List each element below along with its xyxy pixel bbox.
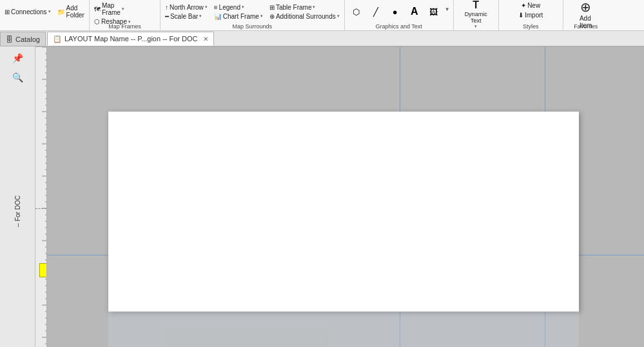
layout-page [108, 112, 579, 312]
north-arrow-button[interactable]: ↑ North Arrow ▾ [163, 3, 210, 12]
connections-button[interactable]: ⊞ Connections ▾ [3, 8, 53, 16]
dynamic-text-icon: T [473, 0, 479, 11]
layout-canvas[interactable] [47, 47, 644, 347]
import-icon: ⬇ [518, 12, 523, 19]
scale-bar-button[interactable]: ━ Scale Bar ▾ [163, 12, 210, 21]
text-button[interactable]: A [405, 3, 424, 21]
map-frame-icon: 🗺 [94, 6, 101, 13]
canvas-row [35, 47, 644, 347]
layout-tab-label: LAYOUT Map Name -- P...gion -- For DOC [64, 35, 198, 43]
table-frame-button[interactable]: ⊞ Table Frame ▾ [268, 3, 342, 12]
tabs-bar: 🗄 Catalog 📋 LAYOUT Map Name -- P...gion … [0, 31, 644, 46]
layout-tab-icon: 📋 [53, 35, 62, 43]
picture-button[interactable]: 🖼 [425, 3, 443, 21]
additional-surrounds-icon: ⊕ [269, 13, 275, 20]
chart-frame-button[interactable]: 📊 Chart Frame ▾ [212, 12, 265, 21]
layout-tab-close[interactable]: ✕ [203, 35, 208, 43]
pin-button[interactable]: 📌 [7, 49, 28, 67]
legend-button[interactable]: ≡ Legend ▾ [212, 3, 265, 12]
dynamic-text-button[interactable]: T DynamicText ▾ [460, 1, 492, 27]
ribbon-section-styles: ✦ New ⬇ Import Styles [499, 0, 563, 31]
styles-label: Styles [499, 23, 563, 30]
ribbon-section-graphics-text: ⬡ ╱ ● A 🖼 ▼ Graphics and Text [345, 0, 454, 31]
ribbon-section-favorites: ⊕ AddItem Favorites [563, 0, 609, 31]
line-button[interactable]: ╱ [367, 3, 385, 21]
new-style-button[interactable]: ✦ New [519, 1, 542, 10]
ruler-canvas-v [35, 47, 47, 347]
legend-icon: ≡ [214, 4, 218, 11]
graphics-icons-row: ⬡ ╱ ● A 🖼 [347, 3, 443, 21]
map-frame-button[interactable]: 🗺 MapFrame ▾ [92, 1, 126, 17]
chart-frame-icon: 📊 [214, 13, 222, 20]
ribbon-section-map-frames: 🗺 MapFrame ▾ ⬡ Reshape ▾ Map Frames [90, 0, 161, 31]
connections-icon: ⊞ [5, 8, 10, 15]
new-style-icon: ✦ [521, 2, 526, 9]
search-button[interactable]: 🔍 [7, 68, 28, 86]
tab-catalog[interactable]: 🗄 Catalog [0, 32, 46, 46]
tab-layout[interactable]: 📋 LAYOUT Map Name -- P...gion -- For DOC… [47, 32, 214, 46]
catalog-tab-label: Catalog [15, 35, 40, 43]
import-button[interactable]: ⬇ Import [516, 11, 545, 19]
ruler-dotted-indicator [35, 208, 46, 209]
below-page-area [108, 312, 579, 347]
main-area: 📌 🔍 -- For DOC [0, 46, 644, 347]
catalog-tab-icon: 🗄 [6, 35, 13, 43]
vertical-ruler [35, 47, 47, 347]
graphics-expand-arrow[interactable]: ▼ [444, 6, 451, 13]
add-folder-icon: 📁 [57, 8, 65, 15]
map-surrounds-label: Map Surrounds [161, 23, 344, 30]
graphics-text-label: Graphics and Text [345, 23, 453, 30]
add-folder-button[interactable]: 📁 AddFolder [55, 4, 86, 19]
ribbon-section-dynamic-text: T DynamicText ▾ [454, 0, 499, 31]
sidebar-doc-label: -- For DOC [14, 202, 21, 228]
scale-bar-icon: ━ [165, 13, 169, 20]
ribbon-section-map-surrounds: ↑ North Arrow ▾ ━ Scale Bar ▾ ≡ Legend ▾… [161, 0, 345, 31]
table-frame-icon: ⊞ [269, 4, 275, 11]
ribbon: ⊞ Connections ▾ 📁 AddFolder 🗺 MapFrame ▾… [0, 0, 644, 31]
north-arrow-icon: ↑ [165, 4, 168, 11]
polygon-button[interactable]: ⬡ [347, 3, 366, 21]
dynamic-text-label: DynamicText [465, 11, 487, 24]
left-sidebar: 📌 🔍 -- For DOC [0, 46, 35, 347]
ribbon-section-connections: ⊞ Connections ▾ 📁 AddFolder [0, 0, 90, 31]
point-button[interactable]: ● [386, 3, 404, 21]
additional-surrounds-button[interactable]: ⊕ Additional Surrounds ▾ [268, 12, 342, 21]
favorites-label: Favorites [563, 23, 609, 30]
connections-dropdown-arrow: ▾ [48, 9, 51, 14]
yellow-left-marker [39, 263, 47, 277]
canvas-with-rulers [35, 46, 644, 347]
add-item-icon: ⊕ [580, 0, 591, 15]
map-frames-label: Map Frames [90, 23, 160, 30]
